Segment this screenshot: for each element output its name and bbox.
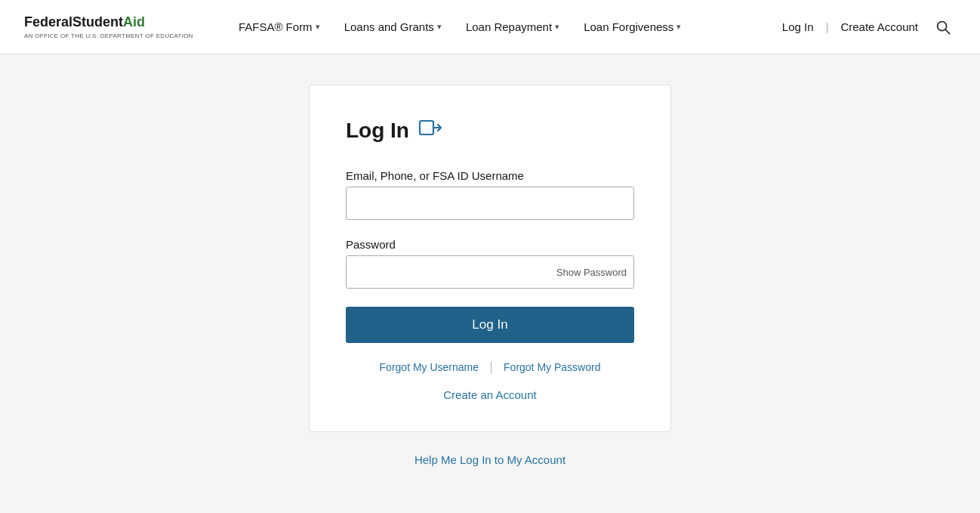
login-title-row: Log In xyxy=(346,116,634,145)
page-content: Log In Email, Phone, or FSA ID Username … xyxy=(0,54,980,513)
logo-student: Student xyxy=(72,14,123,29)
username-label: Email, Phone, or FSA ID Username xyxy=(346,169,634,182)
login-card: Log In Email, Phone, or FSA ID Username … xyxy=(309,85,671,432)
nav-loan-forgiveness[interactable]: Loan Forgiveness ▾ xyxy=(575,14,690,39)
chevron-down-icon: ▾ xyxy=(316,22,320,32)
create-account-link[interactable]: Create an Account xyxy=(346,388,634,401)
nav-fafsa-label: FAFSA® Form xyxy=(239,20,313,33)
navigation: FederalStudentAid An Office of the U.S. … xyxy=(0,0,980,54)
nav-right: Log In | Create Account xyxy=(782,14,956,40)
chevron-down-icon: ▾ xyxy=(555,22,559,32)
nav-loan-repayment[interactable]: Loan Repayment ▾ xyxy=(457,14,569,39)
search-button[interactable] xyxy=(930,14,956,40)
logo-aid: Aid xyxy=(123,14,145,29)
search-icon xyxy=(935,19,951,36)
nav-fafsa[interactable]: FAFSA® Form ▾ xyxy=(230,14,329,39)
site-logo[interactable]: FederalStudentAid An Office of the U.S. … xyxy=(24,14,193,39)
svg-point-0 xyxy=(938,21,947,30)
password-wrapper: Show Password xyxy=(346,255,634,289)
username-input[interactable] xyxy=(346,187,634,220)
show-password-button[interactable]: Show Password xyxy=(556,267,627,278)
login-icon xyxy=(418,116,442,145)
nav-loans-grants[interactable]: Loans and Grants ▾ xyxy=(335,14,451,39)
logo-subtitle: An Office of the U.S. Department of Educ… xyxy=(24,32,193,39)
nav-loan-forgiveness-label: Loan Forgiveness xyxy=(584,20,673,33)
chevron-down-icon: ▾ xyxy=(676,22,681,32)
nav-create-account-link[interactable]: Create Account xyxy=(840,20,918,33)
password-group: Password Show Password xyxy=(346,238,634,289)
username-group: Email, Phone, or FSA ID Username xyxy=(346,169,634,220)
forgot-username-link[interactable]: Forgot My Username xyxy=(380,361,479,373)
nav-divider: | xyxy=(826,20,829,33)
forgot-divider xyxy=(491,361,492,373)
nav-loans-grants-label: Loans and Grants xyxy=(344,20,434,33)
svg-rect-2 xyxy=(420,121,433,134)
forgot-links: Forgot My Username Forgot My Password xyxy=(346,361,634,373)
help-login-link[interactable]: Help Me Log In to My Account xyxy=(414,453,566,466)
svg-line-1 xyxy=(945,29,950,34)
logo-federal: Federal xyxy=(24,14,72,29)
forgot-password-link[interactable]: Forgot My Password xyxy=(504,361,600,373)
nav-links: FAFSA® Form ▾ Loans and Grants ▾ Loan Re… xyxy=(230,14,782,39)
chevron-down-icon: ▾ xyxy=(437,22,442,32)
login-button[interactable]: Log In xyxy=(346,307,634,343)
login-title: Log In xyxy=(346,119,409,143)
login-arrow-icon xyxy=(418,116,442,140)
password-label: Password xyxy=(346,238,634,251)
nav-login-link[interactable]: Log In xyxy=(782,20,814,33)
nav-loan-repayment-label: Loan Repayment xyxy=(466,20,552,33)
